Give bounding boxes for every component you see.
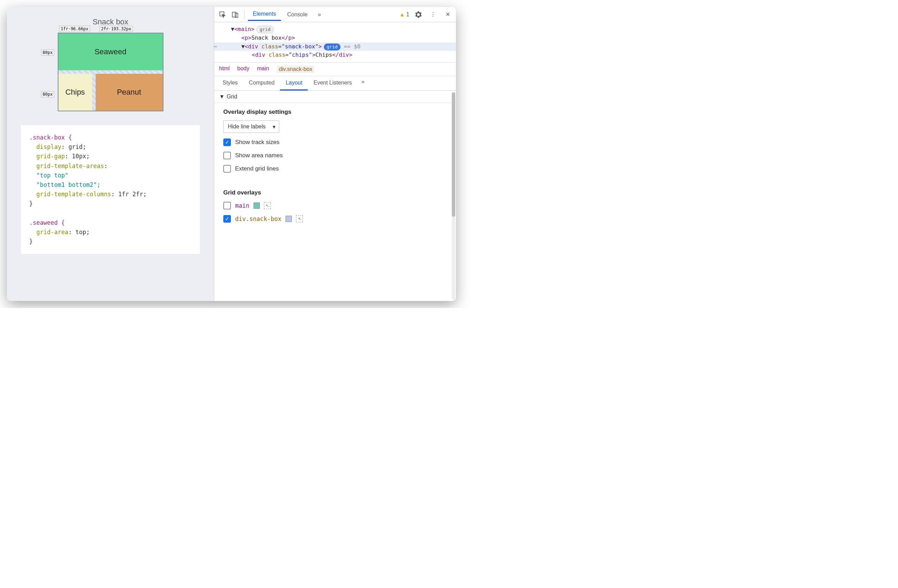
selected-element-row[interactable]: ⋯▼<div class="snack-box">grid== $0 [214,42,456,51]
label-extend-lines: Extend grid lines [235,165,279,172]
grid-badge[interactable]: grid [256,26,274,34]
checkbox-overlay-main[interactable] [223,202,231,209]
toolbar-divider [244,10,244,19]
checkbox-track-sizes[interactable]: ✓ [223,139,231,146]
track-label-col1: 1fr·96.66px [59,26,90,32]
label-track-sizes: Show track sizes [235,139,280,146]
subtab-computed[interactable]: Computed [243,76,280,91]
breadcrumb-current[interactable]: div.snack-box [277,65,315,73]
subtab-layout[interactable]: Layout [280,76,308,91]
kebab-menu-icon[interactable]: ⋮ [427,9,438,20]
svg-rect-1 [232,12,236,17]
track-label-col2: 2fr·193.32px [100,26,133,32]
overlay-main-label[interactable]: main [235,202,249,209]
label-area-names: Show area names [235,152,283,159]
dom-tree[interactable]: ▼<main>grid <p>Snack box</p> ⋯▼<div clas… [214,22,456,62]
highlight-icon[interactable]: ↖ [264,202,271,209]
settings-icon[interactable] [413,9,424,20]
page-title: Snack box [92,17,128,26]
tab-elements[interactable]: Elements [248,8,281,21]
breadcrumb-html[interactable]: html [219,65,229,73]
track-label-row2: 80px [41,91,55,97]
scrollbar-thumb[interactable] [452,92,455,216]
grid-overlays-heading: Grid overlays [223,189,447,196]
grid-preview: 1fr·96.66px 2fr·193.32px 80px 80px Seawe… [58,33,163,111]
swatch-main[interactable] [254,203,260,209]
subtab-listeners[interactable]: Event Listeners [308,76,357,91]
page-viewport: Snack box 1fr·96.66px 2fr·193.32px 80px … [7,7,214,301]
inspect-icon[interactable] [217,9,228,20]
css-code-block[interactable]: .snack-box { display: grid; grid-gap: 10… [21,125,200,254]
devtools-panel: Elements Console » ▲1 ⋮ ✕ ▼<main>grid <p… [214,7,456,301]
devtools-toolbar: Elements Console » ▲1 ⋮ ✕ [214,7,456,22]
grid-badge-selected[interactable]: grid [324,43,340,51]
warning-icon: ▲ [399,11,405,18]
checkbox-overlay-snack[interactable]: ✓ [223,215,231,223]
breadcrumb-main[interactable]: main [257,65,269,73]
checkbox-extend-lines[interactable] [223,165,231,172]
subtab-styles[interactable]: Styles [217,76,243,91]
layout-panel: ▼ Grid Overlay display settings Hide lin… [214,91,456,301]
more-tabs-icon[interactable]: » [314,9,325,20]
devtools-window: Snack box 1fr·96.66px 2fr·193.32px 80px … [7,7,456,301]
grid-section-header[interactable]: ▼ Grid [214,91,456,103]
warnings-badge[interactable]: ▲1 [399,11,409,18]
ellipsis-icon[interactable]: ⋯ [214,42,217,51]
snack-box-grid[interactable]: Seaweed Chips Peanut [58,33,163,111]
breadcrumb-body[interactable]: body [237,65,249,73]
breadcrumb: html body main div.snack-box [214,62,456,76]
overlay-settings-heading: Overlay display settings [223,109,447,115]
tab-console[interactable]: Console [282,9,313,20]
close-icon[interactable]: ✕ [442,9,453,20]
swatch-snack[interactable] [286,216,292,222]
cell-seaweed[interactable]: Seaweed [58,34,163,70]
device-toggle-icon[interactable] [229,9,241,20]
styles-subtabs: Styles Computed Layout Event Listeners » [214,76,456,91]
line-labels-select[interactable]: Hide line labels [223,120,279,133]
track-label-row1: 80px [41,49,55,56]
checkbox-area-names[interactable] [223,152,231,159]
highlight-icon[interactable]: ↖ [296,215,303,222]
panel-scrollbar[interactable] [452,92,455,300]
cell-chips[interactable]: Chips [58,74,92,111]
overlay-snack-label[interactable]: div.snack-box [235,215,281,222]
cell-peanut[interactable]: Peanut [95,74,163,111]
more-subtabs-icon[interactable]: » [358,76,369,87]
